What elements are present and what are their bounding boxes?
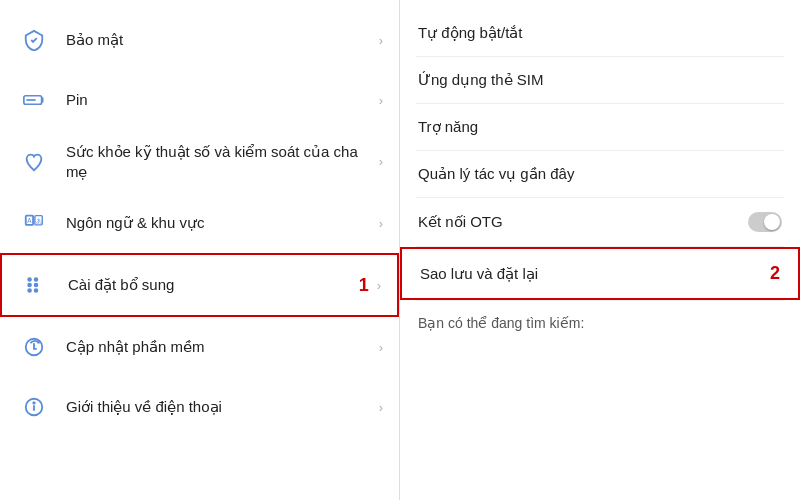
sidebar-item-bao-mat-label: Bảo mật bbox=[66, 30, 371, 50]
svg-point-16 bbox=[33, 402, 34, 403]
svg-point-9 bbox=[28, 289, 31, 292]
battery-icon bbox=[16, 82, 52, 118]
sidebar-item-ngon-ngu-label: Ngôn ngữ & khu vực bbox=[66, 213, 371, 233]
svg-point-10 bbox=[35, 278, 38, 281]
chevron-right-icon: › bbox=[377, 278, 381, 293]
language-icon: A あ bbox=[16, 205, 52, 241]
tu-dong-label: Tự động bật/tắt bbox=[418, 24, 782, 42]
sao-luu-label: Sao lưu và đặt lại bbox=[420, 265, 760, 283]
svg-point-12 bbox=[35, 289, 38, 292]
svg-point-7 bbox=[28, 278, 31, 281]
badge-2: 2 bbox=[770, 263, 780, 284]
ket-noi-otg-label: Kết nối OTG bbox=[418, 213, 748, 231]
sidebar-item-pin-label: Pin bbox=[66, 90, 371, 110]
right-item-tu-dong[interactable]: Tự động bật/tắt bbox=[400, 10, 800, 56]
chevron-right-icon: › bbox=[379, 33, 383, 48]
update-icon bbox=[16, 329, 52, 365]
chevron-right-icon: › bbox=[379, 93, 383, 108]
svg-point-11 bbox=[35, 284, 38, 287]
search-hint: Bạn có thể đang tìm kiếm: bbox=[400, 301, 800, 345]
right-item-ket-noi-otg[interactable]: Kết nối OTG bbox=[400, 198, 800, 246]
left-panel: Bảo mật › Pin › Sức khỏe kỹ thuật số và … bbox=[0, 0, 400, 500]
sidebar-item-cai-dat-bo-sung[interactable]: Cài đặt bổ sung 1 › bbox=[0, 253, 399, 317]
chevron-right-icon: › bbox=[379, 154, 383, 169]
shield-icon bbox=[16, 22, 52, 58]
right-item-sao-luu[interactable]: Sao lưu và đặt lại 2 bbox=[400, 247, 800, 300]
tro-nang-label: Trợ năng bbox=[418, 118, 782, 136]
right-panel: Tự động bật/tắt Ứng dụng thẻ SIM Trợ năn… bbox=[400, 0, 800, 500]
badge-1: 1 bbox=[359, 275, 369, 296]
info-icon bbox=[16, 389, 52, 425]
sidebar-item-ngon-ngu[interactable]: A あ Ngôn ngữ & khu vực › bbox=[0, 193, 399, 253]
health-icon bbox=[16, 144, 52, 180]
search-hint-text: Bạn có thể đang tìm kiếm: bbox=[418, 315, 584, 331]
sidebar-item-cai-dat-label: Cài đặt bổ sung bbox=[68, 275, 349, 295]
right-item-ung-dung-sim[interactable]: Ứng dụng thẻ SIM bbox=[400, 57, 800, 103]
otg-toggle[interactable] bbox=[748, 212, 782, 232]
sidebar-item-gioi-thieu-label: Giới thiệu về điện thoại bbox=[66, 397, 371, 417]
sidebar-item-cap-nhat-label: Cập nhật phần mềm bbox=[66, 337, 371, 357]
svg-point-8 bbox=[28, 284, 31, 287]
quan-ly-label: Quản lý tác vụ gần đây bbox=[418, 165, 782, 183]
sidebar-item-pin[interactable]: Pin › bbox=[0, 70, 399, 130]
right-item-tro-nang[interactable]: Trợ năng bbox=[400, 104, 800, 150]
svg-text:A: A bbox=[27, 217, 32, 224]
sidebar-item-gioi-thieu[interactable]: Giới thiệu về điện thoại › bbox=[0, 377, 399, 437]
sidebar-item-suc-khoe-label: Sức khỏe kỹ thuật số và kiểm soát của ch… bbox=[66, 142, 371, 181]
sidebar-item-cap-nhat[interactable]: Cập nhật phần mềm › bbox=[0, 317, 399, 377]
settings-extra-icon bbox=[18, 267, 54, 303]
sidebar-item-suc-khoe[interactable]: Sức khỏe kỹ thuật số và kiểm soát của ch… bbox=[0, 130, 399, 193]
right-item-quan-ly[interactable]: Quản lý tác vụ gần đây bbox=[400, 151, 800, 197]
chevron-right-icon: › bbox=[379, 216, 383, 231]
chevron-right-icon: › bbox=[379, 340, 383, 355]
chevron-right-icon: › bbox=[379, 400, 383, 415]
sidebar-item-bao-mat[interactable]: Bảo mật › bbox=[0, 10, 399, 70]
ung-dung-sim-label: Ứng dụng thẻ SIM bbox=[418, 71, 782, 89]
svg-text:あ: あ bbox=[36, 218, 42, 225]
